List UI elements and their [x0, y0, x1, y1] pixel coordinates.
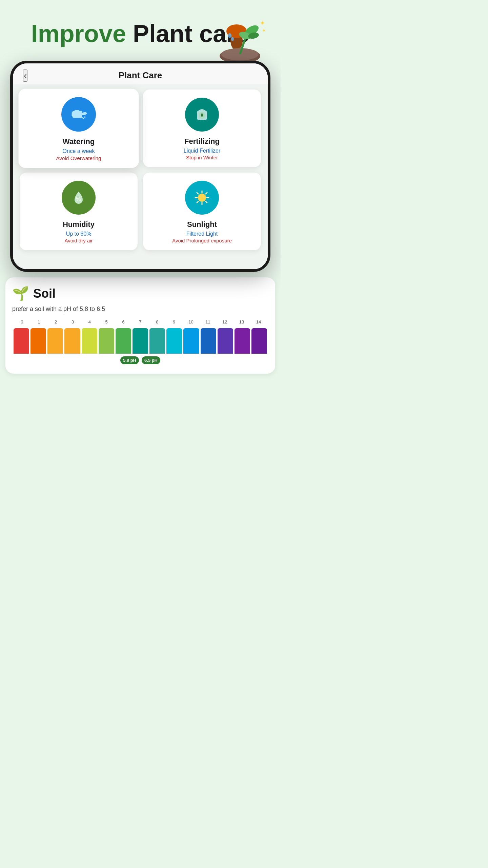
nav-title: Plant Care: [119, 70, 162, 81]
svg-text:✦: ✦: [262, 28, 266, 33]
ph-bar: [133, 328, 148, 354]
humidity-sub2: Avoid dry air: [25, 238, 132, 243]
sunlight-sub2: Avoid Prolonged exposure: [148, 238, 256, 243]
ph-bar: [235, 328, 250, 354]
back-button[interactable]: ‹: [23, 70, 27, 82]
ph-marker-container: 5.8 pH 6.5 pH: [12, 356, 268, 364]
ph-bar: [14, 328, 29, 354]
sunlight-icon: [192, 188, 212, 208]
svg-rect-12: [72, 112, 74, 116]
watering-icon-circle: [61, 97, 96, 132]
svg-point-15: [84, 116, 85, 118]
ph-marker-high: 6.5 pH: [142, 356, 160, 364]
nav-bar: ‹ Plant Care: [13, 63, 268, 84]
care-grid: Watering Once a week Avoid Overwatering: [13, 84, 268, 256]
svg-text:✦: ✦: [260, 19, 265, 27]
ph-label: 12: [216, 319, 233, 324]
watering-sub1: Once a week: [24, 148, 133, 154]
ph-bar: [251, 328, 267, 354]
humidity-sub1: Up to 60%: [25, 231, 132, 237]
ph-label: 4: [81, 319, 98, 324]
fertilizing-sub1: Liquid Fertilizer: [148, 148, 256, 154]
fertilizing-card[interactable]: Fertilizing Liquid Fertilizer Stop in Wi…: [143, 90, 261, 167]
humidity-title: Humidity: [25, 220, 132, 229]
ph-bar: [82, 328, 97, 354]
svg-point-22: [198, 194, 206, 202]
hero-section: Improve Plant care ✦ ✦: [0, 0, 281, 54]
svg-point-2: [228, 33, 231, 38]
ph-bar: [30, 328, 46, 354]
hero-title-green: Improve: [31, 20, 126, 47]
ph-bar: [47, 328, 63, 354]
soil-title: Soil: [33, 287, 56, 301]
watering-card[interactable]: Watering Once a week Avoid Overwatering: [19, 89, 139, 168]
phone-mockup: ‹ Plant Care Watering: [10, 61, 270, 272]
ph-bar: [99, 328, 114, 354]
bottom-space: [13, 256, 268, 269]
fertilizing-icon-circle: [185, 98, 219, 132]
ph-label: 13: [233, 319, 250, 324]
watering-can-icon: [68, 104, 89, 125]
ph-label: 6: [115, 319, 132, 324]
ph-bar: [166, 328, 182, 354]
sunlight-sub1: Filtered Light: [148, 231, 256, 237]
ph-bar: [183, 328, 199, 354]
svg-point-3: [231, 37, 234, 41]
page-bottom-spacer: [0, 374, 281, 394]
ph-label: 10: [183, 319, 200, 324]
sunlight-card[interactable]: Sunlight Filtered Light Avoid Prolonged …: [143, 173, 261, 250]
ph-label: 2: [47, 319, 64, 324]
ph-labels: 01234567891011121314: [12, 319, 268, 324]
sunlight-title: Sunlight: [148, 220, 256, 229]
soil-section: 🌱 Soil prefer a soil with a pH of 5.8 to…: [5, 277, 275, 374]
ph-label: 1: [30, 319, 47, 324]
soil-header: 🌱 Soil: [12, 285, 268, 301]
svg-rect-13: [75, 110, 79, 112]
svg-line-30: [197, 201, 198, 203]
ph-label: 11: [199, 319, 216, 324]
humidity-icon-circle: %: [62, 181, 96, 215]
fertilizing-sub2: Stop in Winter: [148, 155, 256, 160]
ph-label: 3: [64, 319, 81, 324]
ph-bar: [218, 328, 233, 354]
phone-screen: ‹ Plant Care Watering: [13, 63, 268, 269]
ph-bar: [116, 328, 131, 354]
ph-bar: [64, 328, 80, 354]
ph-marker-low: 5.8 pH: [120, 356, 139, 364]
svg-line-28: [206, 201, 207, 203]
humidity-card[interactable]: % Humidity Up to 60% Avoid dry air: [20, 173, 138, 250]
watering-sub2: Avoid Overwatering: [24, 155, 133, 161]
ph-label: 9: [166, 319, 183, 324]
sunlight-icon-circle: [185, 181, 219, 215]
fertilizing-title: Fertilizing: [148, 137, 256, 146]
watering-title: Watering: [24, 137, 133, 146]
svg-point-14: [83, 118, 84, 119]
soil-description: prefer a soil with a pH of 5.8 to 6.5: [12, 305, 268, 313]
fertilizing-icon: [192, 104, 212, 125]
ph-label: 0: [14, 319, 30, 324]
ph-label: 8: [149, 319, 166, 324]
ph-label: 5: [98, 319, 115, 324]
svg-point-21: [77, 196, 79, 198]
ph-bar: [201, 328, 216, 354]
svg-line-27: [197, 193, 198, 194]
svg-point-16: [81, 117, 83, 119]
soil-icon: 🌱: [12, 285, 29, 301]
svg-line-29: [206, 193, 207, 194]
ph-bars: [12, 327, 268, 354]
ph-label: 7: [132, 319, 149, 324]
ph-label: 14: [250, 319, 267, 324]
svg-rect-11: [73, 111, 82, 118]
humidity-icon: %: [68, 188, 89, 208]
ph-bar: [149, 328, 165, 354]
